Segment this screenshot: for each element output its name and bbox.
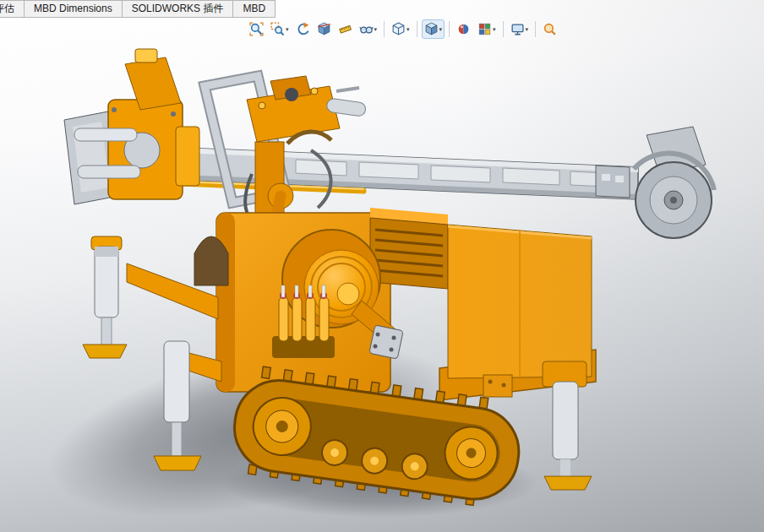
hide-show-items-icon [359, 22, 374, 36]
magnify-icon [543, 22, 557, 36]
mast-pulley-wheel[interactable] [634, 127, 714, 238]
display-style-icon [424, 22, 439, 36]
zoom-to-fit-icon [249, 22, 264, 36]
view-orientation-button[interactable]: ▾ [389, 19, 412, 39]
tab-mbd[interactable]: MBD [233, 0, 276, 18]
toolbar-separator [384, 21, 385, 37]
previous-view-button[interactable] [293, 19, 313, 39]
edit-appearance-icon [456, 22, 471, 36]
hide-show-items-button[interactable]: ▾ [357, 19, 380, 39]
graphics-viewport[interactable] [0, 0, 764, 532]
edit-appearance-button[interactable] [454, 19, 473, 39]
view-settings-button[interactable]: ▾ [508, 19, 532, 39]
model-scene[interactable] [0, 0, 764, 532]
frame-bracket [483, 375, 512, 397]
toolbar-separator [449, 21, 450, 37]
dropdown-caret-icon[interactable]: ▾ [439, 26, 443, 33]
magnify-button[interactable] [540, 19, 559, 39]
dropdown-caret-icon[interactable]: ▾ [286, 26, 289, 33]
dropdown-caret-icon[interactable]: ▾ [374, 26, 378, 33]
rod-clamp-assembly[interactable] [64, 49, 199, 204]
display-style-button[interactable]: ▾ [422, 19, 445, 39]
section-view-button[interactable] [314, 19, 334, 39]
solidworks-window: ▾▾▾▾▾▾ 评估MBD DimensionsSOLIDWORKS 插件MBD [0, 0, 764, 532]
dropdown-caret-icon[interactable]: ▾ [526, 26, 529, 33]
dropdown-caret-icon[interactable]: ▾ [407, 26, 410, 33]
tab-evaluate[interactable]: 评估 [0, 0, 25, 18]
view-orientation-icon [391, 22, 406, 36]
zoom-to-fit-button[interactable] [247, 19, 266, 39]
heads-up-toolbar: ▾▾▾▾▾▾ [247, 19, 559, 39]
toolbar-separator [417, 21, 417, 37]
previous-view-icon [296, 22, 310, 36]
apply-scene-icon [478, 22, 492, 36]
measure-button[interactable] [336, 19, 355, 39]
tab-solidworks-addins[interactable]: SOLIDWORKS 插件 [123, 0, 234, 18]
toolbar-separator [535, 21, 536, 37]
command-tabs: 评估MBD DimensionsSOLIDWORKS 插件MBD [0, 0, 276, 18]
section-view-icon [317, 22, 331, 36]
measure-icon [338, 22, 352, 36]
apply-scene-button[interactable]: ▾ [475, 19, 499, 39]
dropdown-caret-icon[interactable]: ▾ [493, 26, 496, 33]
view-settings-icon [510, 22, 525, 36]
toolbar-separator [503, 21, 504, 37]
tab-mbd-dimensions[interactable]: MBD Dimensions [25, 0, 123, 18]
zoom-to-area-icon [270, 22, 285, 36]
zoom-to-area-button[interactable]: ▾ [268, 19, 292, 39]
